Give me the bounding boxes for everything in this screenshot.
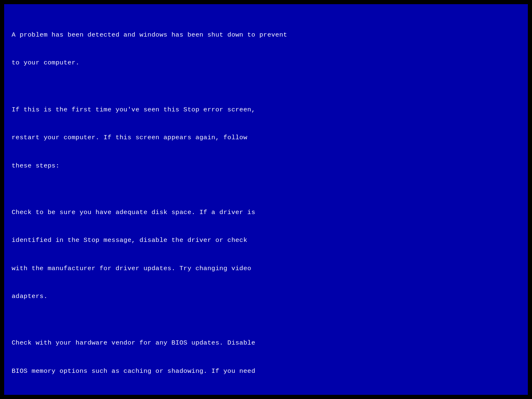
bsod-line-2: to your computer. (12, 58, 520, 67)
bsod-line-7: identified in the Stop message, disable … (12, 236, 520, 245)
bsod-line-6: Check to be sure you have adequate disk … (12, 208, 520, 217)
bsod-line-1: A problem has been detected and windows … (12, 30, 520, 39)
bsod-line-10: Check with your hardware vendor for any … (12, 338, 520, 347)
bsod-line-5: these steps: (12, 161, 520, 170)
bsod-content: A problem has been detected and windows … (4, 4, 528, 395)
bsod-screen: A problem has been detected and windows … (4, 4, 528, 395)
bsod-line-12: to use Safe Mode to remove or disable co… (12, 394, 520, 395)
bsod-line-9: adapters. (12, 292, 520, 301)
bsod-line-11: BIOS memory options such as caching or s… (12, 367, 520, 376)
bsod-line-8: with the manufacturer for driver updates… (12, 264, 520, 273)
bsod-line-3: If this is the first time you've seen th… (12, 105, 520, 114)
bsod-line-4: restart your computer. If this screen ap… (12, 133, 520, 142)
